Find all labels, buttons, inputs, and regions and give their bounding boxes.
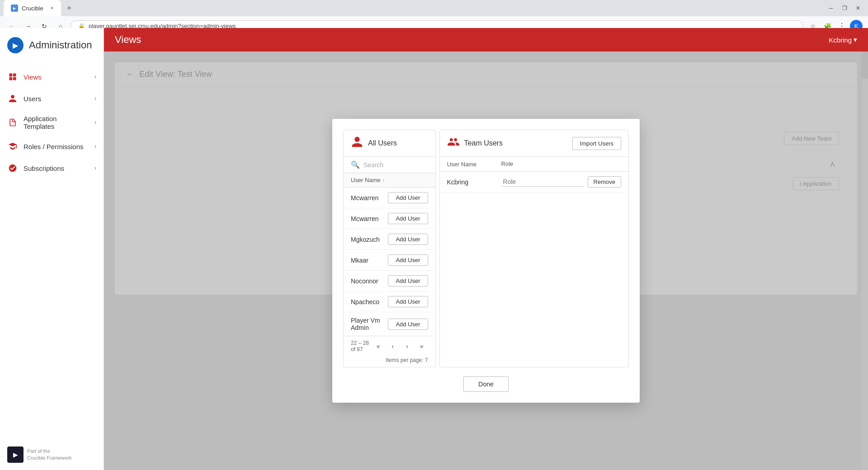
import-users-btn[interactable]: Import Users	[572, 137, 621, 150]
add-user-btn[interactable]: Add User	[388, 234, 428, 245]
tab-favicon	[11, 5, 18, 12]
role-input[interactable]	[501, 177, 584, 187]
team-users-list: Kcbring Remove	[440, 172, 628, 193]
modal-overlay: All Users 🔍 User Name ↑	[104, 52, 868, 470]
remove-user-btn[interactable]: Remove	[588, 176, 621, 188]
done-btn[interactable]: Done	[463, 376, 508, 392]
pagination: 22 – 28 of 87 « ‹ › »	[344, 336, 435, 356]
next-page-btn[interactable]: ›	[401, 340, 414, 352]
views-chevron-icon: ›	[94, 74, 96, 80]
team-action-col-header	[576, 160, 621, 168]
search-input[interactable]	[363, 161, 428, 169]
window-minimize-btn[interactable]: ─	[825, 3, 837, 14]
last-page-btn[interactable]: »	[415, 340, 428, 352]
all-users-list: Mcwarren Add User Mcwarren Add User Mgko…	[344, 188, 435, 336]
all-users-icon	[351, 136, 363, 151]
footer-text: Part of the Crucible Framework	[27, 448, 71, 462]
new-tab-btn[interactable]: +	[63, 2, 75, 14]
sidebar-item-label-subscriptions: Subscriptions	[24, 164, 64, 172]
team-users-icon	[447, 136, 460, 151]
sidebar-title: Administration	[29, 39, 92, 51]
sidebar-item-roles[interactable]: Roles / Permissions ›	[0, 136, 104, 157]
all-users-panel: All Users 🔍 User Name ↑	[343, 130, 436, 367]
modal-panels: All Users 🔍 User Name ↑	[343, 130, 629, 367]
prev-page-btn[interactable]: ‹	[387, 340, 399, 352]
add-user-btn[interactable]: Add User	[388, 192, 428, 203]
sidebar-nav: Views › Users › Application Templates ›	[0, 62, 104, 183]
user-menu[interactable]: Kcbring ▾	[829, 36, 857, 44]
team-user-name-label: Kcbring	[447, 179, 501, 186]
sidebar-footer: ▶ Part of the Crucible Framework	[0, 439, 104, 470]
add-user-btn[interactable]: Add User	[388, 319, 428, 330]
app-logo: ▶	[7, 37, 24, 53]
user-chevron-icon: ▾	[854, 36, 857, 44]
all-users-title: All Users	[368, 139, 397, 147]
crucible-footer-logo: ▶	[7, 446, 24, 463]
tab-close-btn[interactable]: ×	[51, 5, 54, 11]
users-icon	[7, 93, 18, 104]
page-controls: « ‹ › »	[372, 340, 428, 352]
sidebar-item-application-templates[interactable]: Application Templates ›	[0, 109, 104, 136]
browser-tab[interactable]: Crucible ×	[4, 0, 61, 16]
window-restore-btn[interactable]: ❐	[838, 3, 851, 14]
user-name-label: Player Vm Admin	[351, 317, 388, 331]
team-table-header: User Name Role	[440, 157, 628, 172]
username-column-header: User Name ↑	[351, 177, 428, 183]
add-user-btn[interactable]: Add User	[388, 275, 428, 287]
sidebar: ▶ Administration Views › Users ›	[0, 28, 104, 470]
roles-icon	[7, 141, 18, 152]
team-users-modal: All Users 🔍 User Name ↑	[332, 119, 640, 403]
sort-icon[interactable]: ↑	[382, 178, 385, 183]
add-user-btn[interactable]: Add User	[388, 296, 428, 307]
top-bar: Views Kcbring ▾	[104, 28, 868, 52]
users-chevron-icon: ›	[94, 95, 96, 102]
user-name-label: Mgkozuch	[351, 236, 388, 243]
import-users-action: Import Users	[572, 137, 621, 150]
team-panel-empty-area	[440, 193, 628, 328]
roles-chevron-icon: ›	[94, 143, 96, 150]
subscriptions-icon	[7, 163, 18, 174]
sidebar-item-label-templates: Application Templates	[24, 115, 89, 130]
sidebar-item-label-roles: Roles / Permissions	[24, 143, 84, 150]
table-row: Noconnor Add User	[344, 271, 435, 291]
subscriptions-chevron-icon: ›	[94, 165, 96, 171]
sidebar-item-subscriptions[interactable]: Subscriptions ›	[0, 157, 104, 179]
team-role-col-header: Role	[501, 160, 576, 168]
sidebar-item-label-users: Users	[24, 95, 41, 103]
username-label: Kcbring	[829, 36, 852, 44]
user-name-label: Mcwarren	[351, 194, 388, 202]
sidebar-item-users[interactable]: Users ›	[0, 88, 104, 109]
window-close-btn[interactable]: ✕	[852, 3, 864, 14]
main-content: Views Kcbring ▾ ← Edit View: Test View A…	[104, 28, 868, 470]
first-page-btn[interactable]: «	[372, 340, 385, 352]
modal-footer: Done	[343, 367, 629, 392]
views-icon	[7, 71, 18, 82]
team-users-header: Team Users Import Users	[440, 130, 628, 157]
team-users-title: Team Users	[464, 139, 503, 147]
add-user-btn[interactable]: Add User	[388, 254, 428, 266]
table-row: Mgkozuch Add User	[344, 229, 435, 250]
sidebar-item-label-views: Views	[24, 73, 42, 81]
templates-chevron-icon: ›	[94, 119, 96, 126]
items-per-page-label: Items per page: 7	[344, 357, 435, 367]
user-name-label: Npacheco	[351, 298, 388, 306]
all-users-header: All Users	[344, 130, 435, 157]
team-users-panel: Team Users Import Users User Name	[439, 130, 629, 367]
table-row: Npacheco Add User	[344, 291, 435, 312]
logo-icon: ▶	[13, 41, 18, 50]
table-row: Player Vm Admin Add User	[344, 312, 435, 336]
page-info: 22 – 28 of 87	[351, 340, 372, 352]
search-icon: 🔍	[351, 160, 360, 169]
table-row: Mcwarren Add User	[344, 208, 435, 229]
team-table-row: Kcbring Remove	[440, 172, 628, 193]
sidebar-header: ▶ Administration	[0, 28, 104, 62]
sidebar-item-views[interactable]: Views ›	[0, 66, 104, 88]
user-name-label: Mkaar	[351, 257, 388, 264]
table-row: Mcwarren Add User	[344, 188, 435, 208]
page-title: Views	[115, 34, 141, 46]
user-name-label: Mcwarren	[351, 215, 388, 222]
user-name-label: Noconnor	[351, 277, 388, 285]
all-users-table-header: User Name ↑	[344, 173, 435, 188]
content-area: ← Edit View: Test View Add New Team ∧ l …	[104, 52, 868, 470]
add-user-btn[interactable]: Add User	[388, 213, 428, 224]
